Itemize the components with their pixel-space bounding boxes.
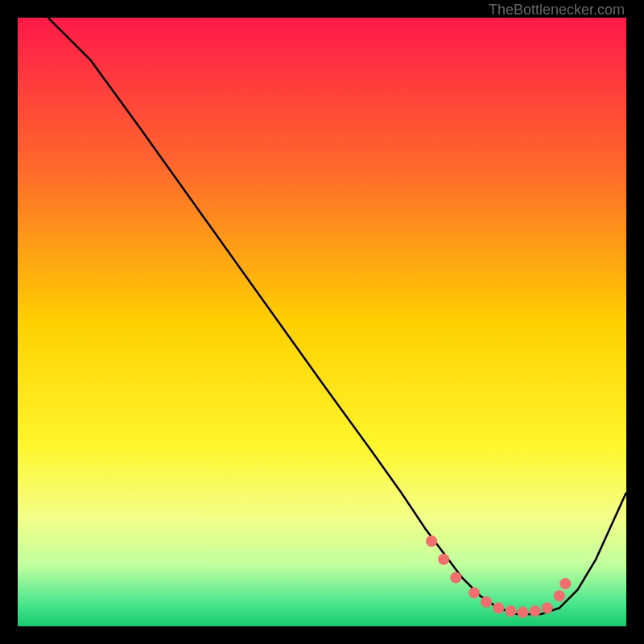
data-point	[554, 590, 565, 601]
data-point	[542, 602, 553, 613]
data-point	[518, 607, 529, 618]
data-point	[493, 602, 504, 613]
data-point	[438, 554, 449, 565]
data-point	[469, 587, 480, 598]
data-point	[426, 535, 437, 547]
data-point	[481, 597, 492, 608]
watermark-text: TheBottlenecker.com	[489, 2, 625, 19]
data-point	[505, 605, 516, 617]
data-point	[559, 578, 571, 589]
data-point	[530, 605, 541, 617]
data-points-layer	[18, 18, 626, 626]
chart-container: TheBottlenecker.com	[0, 0, 644, 644]
data-point	[450, 572, 461, 584]
